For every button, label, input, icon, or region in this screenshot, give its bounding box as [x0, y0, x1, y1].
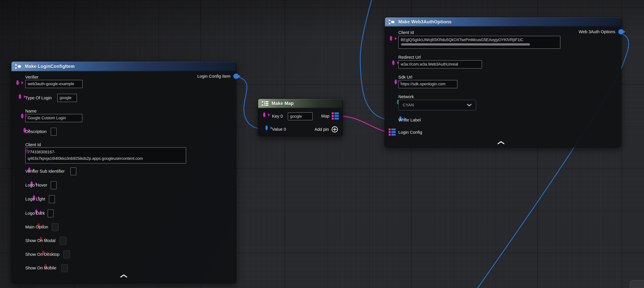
- chevron-down-icon: [467, 104, 472, 107]
- logo-light-label: Logo Light: [25, 196, 45, 202]
- client-id-line1: 774338308167-: [28, 149, 184, 155]
- description-field[interactable]: [51, 128, 56, 136]
- redirect-url-label: Redirect Url: [398, 54, 421, 60]
- verifier-pin[interactable]: [16, 80, 19, 85]
- type-of-login-field[interactable]: google: [57, 94, 77, 102]
- name-label: Name: [25, 108, 36, 114]
- offscreen-node-corner[interactable]: [630, 280, 644, 288]
- make-struct-icon: [15, 63, 22, 70]
- type-of-login-label: Type Of Login: [25, 95, 52, 101]
- value0-label: Value 0: [272, 126, 286, 132]
- main-option-label: Main Option: [25, 224, 48, 230]
- sdk-url-pin[interactable]: [394, 80, 397, 84]
- node-title: Make Map: [272, 101, 294, 106]
- node-make-map[interactable]: Make Map Key 0 google Map Value 0 Add pi…: [258, 99, 343, 136]
- show-on-desktop-label: Show On Desktop: [25, 251, 60, 257]
- value0-pin[interactable]: [266, 125, 268, 130]
- show-on-modal-label: Show On Modal: [25, 238, 56, 243]
- node-header[interactable]: Make Web3AuthOptions: [385, 18, 621, 27]
- node-make-loginconfigitem[interactable]: Make LoginConfigItem Login Config Item V…: [11, 61, 236, 283]
- web3auth-options-output-pin[interactable]: [618, 29, 624, 34]
- add-pin-plus-icon: [331, 126, 338, 133]
- client-id-label: Client Id: [25, 142, 41, 148]
- output-pin-label: Login Config Item: [197, 73, 230, 79]
- make-map-icon: [262, 101, 269, 106]
- node-title: Make Web3AuthOptions: [398, 19, 452, 25]
- logo-light-field[interactable]: [49, 195, 55, 203]
- show-on-modal-checkbox[interactable]: [60, 237, 66, 245]
- add-pin-button[interactable]: Add pin: [314, 126, 338, 133]
- pin-row-web3auth-options-out: Web 3Auth Options: [579, 29, 624, 35]
- login-config-label: Login Config: [398, 129, 422, 135]
- web3auth-options-output-label: Web 3Auth Options: [579, 29, 615, 35]
- login-config-pin[interactable]: [389, 129, 396, 136]
- node-header[interactable]: Make Map: [258, 99, 342, 108]
- name-pin[interactable]: [21, 114, 24, 118]
- key0-pin[interactable]: [263, 112, 266, 117]
- main-option-checkbox[interactable]: [52, 223, 58, 231]
- description-label: Description: [25, 129, 46, 134]
- verifier-sub-identifier-field[interactable]: [70, 167, 76, 175]
- logo-dark-label: Logo Dark: [25, 210, 45, 216]
- sdk-url-label: Sdk Url: [398, 74, 412, 80]
- verifier-sub-identifier-label: Verifier Sub Identifier: [25, 168, 65, 174]
- client-id-field[interactable]: BEglQSgt4cUWcj6SKRdu5QkOXTsePmMcusG5EAoy…: [398, 36, 560, 49]
- white-label-label: White Label: [398, 117, 421, 123]
- map-output-label: Map: [321, 113, 330, 119]
- key0-label: Key 0: [272, 113, 283, 119]
- add-pin-label: Add pin: [314, 127, 329, 132]
- verifier-label: Verifier: [25, 74, 38, 80]
- client-id-line2: q463s7kpvja16l4l0kko3nb925ikds2p.apps.go…: [28, 155, 184, 162]
- node-title: Make LoginConfigItem: [25, 64, 74, 69]
- network-selected-value: CYAN: [403, 103, 414, 107]
- client-id-label: Client Id: [398, 30, 414, 36]
- type-of-login-pin[interactable]: [19, 94, 21, 99]
- node-make-web3authoptions[interactable]: Make Web3AuthOptions Web 3Auth Options C…: [384, 17, 621, 147]
- pin-row-map-out: Map: [321, 112, 339, 120]
- network-label: Network: [398, 94, 414, 100]
- collapse-chevron-up-icon[interactable]: [120, 274, 128, 278]
- logo-dark-field[interactable]: [48, 209, 54, 217]
- login-config-item-output-pin[interactable]: [234, 74, 239, 79]
- map-output-pin[interactable]: [332, 112, 339, 120]
- redirect-url-pin[interactable]: [392, 60, 394, 65]
- make-struct-icon: [388, 19, 396, 25]
- client-id-field[interactable]: 774338308167- q463s7kpvja16l4l0kko3nb925…: [25, 147, 186, 163]
- collapse-chevron-up-icon[interactable]: [497, 141, 505, 145]
- logo-hover-field[interactable]: [51, 181, 56, 189]
- show-on-mobile-checkbox[interactable]: [61, 264, 68, 272]
- network-dropdown[interactable]: CYAN: [398, 100, 476, 110]
- redirect-url-field[interactable]: w3a://com.w3a.Web3AuthUnreal: [398, 60, 482, 69]
- show-on-mobile-label: Show On Mobile: [25, 265, 56, 271]
- name-field[interactable]: Google Custom Login: [25, 114, 82, 122]
- key0-field[interactable]: google: [288, 112, 313, 120]
- verifier-field[interactable]: web3auth-google-example: [25, 80, 82, 88]
- node-header[interactable]: Make LoginConfigItem: [12, 62, 236, 71]
- sdk-url-field[interactable]: https://sdk.openlogin.com: [398, 80, 458, 88]
- client-id-pin[interactable]: [390, 36, 392, 41]
- client-id-scrollbar[interactable]: [401, 43, 530, 46]
- logo-hover-label: Logo Hover: [25, 182, 47, 188]
- pin-row-login-config-item-out: Login Config Item: [197, 73, 239, 79]
- show-on-desktop-checkbox[interactable]: [63, 250, 70, 258]
- client-id-value: BEglQSgt4cUWcj6SKRdu5QkOXTsePmMcusG5EAoy…: [401, 37, 558, 42]
